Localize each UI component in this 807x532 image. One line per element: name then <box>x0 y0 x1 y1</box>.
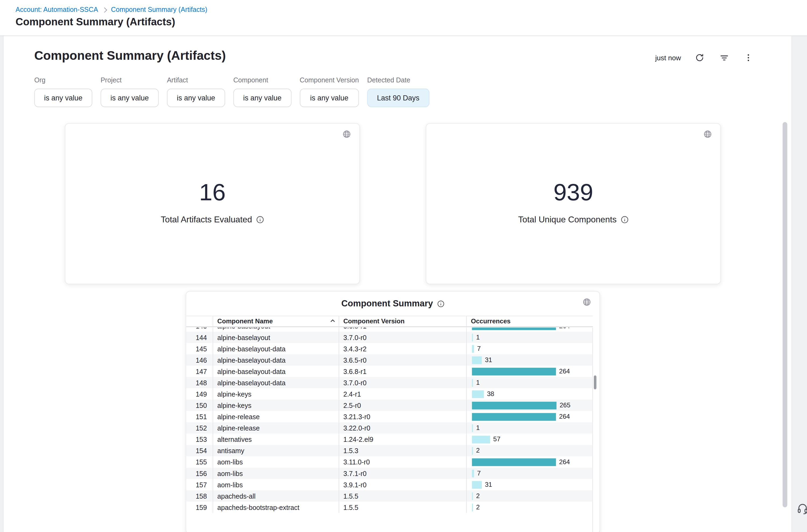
filter-detected-date-button[interactable]: Last 90 Days <box>367 89 429 107</box>
component-name-cell: antisamy <box>213 445 339 456</box>
component-name-cell: aom-libs <box>213 479 339 490</box>
page-scrollbar-thumb[interactable] <box>783 122 787 507</box>
component-name-cell: aom-libs <box>213 456 339 468</box>
filter-label: Detected Date <box>367 76 429 84</box>
stat-card-unique-components: 939 Total Unique Components <box>426 123 721 284</box>
table-row[interactable]: 144alpine-baselayout3.7.0-r01 <box>186 332 593 343</box>
table-row[interactable]: 157aom-libs3.9.1-r031 <box>186 479 593 490</box>
occurrence-bar <box>472 492 473 500</box>
row-number-cell: 146 <box>186 354 213 366</box>
occurrences-cell: 57 <box>466 434 593 445</box>
filter-project-button[interactable]: is any value <box>101 89 159 107</box>
component-name-cell: alpine-baselayout-data <box>213 377 339 388</box>
info-icon[interactable] <box>256 216 264 224</box>
occurrence-value: 31 <box>485 357 492 364</box>
globe-icon <box>703 130 712 140</box>
row-number-cell: 158 <box>186 490 213 501</box>
support-headset-icon[interactable] <box>796 503 807 517</box>
filter-component-group: Componentis any value <box>233 76 291 107</box>
component-version-cell: 2.5-r0 <box>339 400 466 411</box>
component-summary-card: Component Summary Component Name Compone… <box>186 291 600 532</box>
column-header-component-name[interactable]: Component Name <box>213 316 339 327</box>
table-row[interactable]: 153alternatives1.24-2.el957 <box>186 434 593 445</box>
table-row[interactable]: 152alpine-release3.22.0-r01 <box>186 422 593 434</box>
component-version-cell: 1.24-2.el9 <box>339 434 466 445</box>
stat-value: 939 <box>426 179 720 205</box>
table-row[interactable]: 156aom-libs3.7.1-r07 <box>186 468 593 479</box>
table-row[interactable]: 145alpine-baselayout-data3.4.3-r27 <box>186 343 593 354</box>
table-row[interactable]: 146alpine-baselayout-data3.6.5-r031 <box>186 354 593 366</box>
filter-label: Component Version <box>300 76 359 84</box>
row-number-cell: 153 <box>186 434 213 445</box>
component-version-cell: 3.6.5-r0 <box>339 354 466 366</box>
component-version-cell: 2.4-r1 <box>339 388 466 400</box>
row-number-cell: 156 <box>186 468 213 479</box>
filter-org-button[interactable]: is any value <box>34 89 92 107</box>
table-scrollbar-thumb[interactable] <box>594 376 596 390</box>
table-row[interactable]: 151alpine-release3.21.3-r0264 <box>186 411 593 422</box>
table-row[interactable]: 158apacheds-all1.5.52 <box>186 490 593 501</box>
table-row[interactable]: 154antisamy1.5.32 <box>186 445 593 456</box>
breadcrumb-account-link[interactable]: Account: Automation-SSCA <box>16 6 98 14</box>
component-version-cell: 1.5.5 <box>339 490 466 501</box>
row-number-cell: 144 <box>186 332 213 343</box>
occurrence-bar <box>472 413 556 420</box>
component-name-cell: apacheds-bootstrap-extract <box>213 501 339 513</box>
component-version-cell: 1.5.3 <box>339 445 466 456</box>
dashboard-panel: Component Summary (Artifacts) just now O… <box>3 36 792 532</box>
occurrences-cell: 264 <box>466 366 593 377</box>
occurrences-cell: 7 <box>466 468 593 479</box>
row-number-cell: 149 <box>186 388 213 400</box>
occurrences-cell: 1 <box>466 332 593 343</box>
stat-label: Total Unique Components <box>518 214 617 224</box>
filter-component-version-button[interactable]: is any value <box>300 89 359 107</box>
row-number-cell: 150 <box>186 400 213 411</box>
component-version-cell: 1.5.5 <box>339 501 466 513</box>
table-row[interactable]: 148alpine-baselayout-data3.7.0-r01 <box>186 377 593 388</box>
row-number-cell: 143 <box>186 328 213 332</box>
table-header: Component Name Component Version Occurre… <box>186 316 593 327</box>
refresh-icon[interactable] <box>694 52 705 63</box>
row-number-cell: 155 <box>186 456 213 468</box>
page-title: Component Summary (Artifacts) <box>16 16 175 28</box>
filter-label: Project <box>101 76 159 84</box>
table-row[interactable]: 150alpine-keys2.5-r0265 <box>186 400 593 411</box>
component-version-cell: 3.21.3-r0 <box>339 411 466 422</box>
breadcrumb: Account: Automation-SSCA Component Summa… <box>16 6 207 14</box>
info-icon[interactable] <box>621 216 629 224</box>
component-name-cell: alpine-baselayout <box>213 332 339 343</box>
breadcrumb-current-link[interactable]: Component Summary (Artifacts) <box>111 6 207 14</box>
filter-component-button[interactable]: is any value <box>233 89 291 107</box>
info-icon[interactable] <box>437 300 444 307</box>
table-row[interactable]: 155aom-libs3.11.0-r0264 <box>186 456 593 468</box>
filter-icon[interactable] <box>718 52 729 63</box>
component-name-cell: alpine-baselayout-data <box>213 366 339 377</box>
component-version-cell: 3.6.8-r1 <box>339 366 466 377</box>
occurrence-value: 38 <box>487 391 494 398</box>
table-row[interactable]: 147alpine-baselayout-data3.6.8-r1264 <box>186 366 593 377</box>
component-version-cell: 3.7.0-r0 <box>339 377 466 388</box>
filter-artifact-button[interactable]: is any value <box>167 89 225 107</box>
row-number-cell: 157 <box>186 479 213 490</box>
occurrence-value: 57 <box>493 436 500 443</box>
occurrence-bar <box>472 390 484 398</box>
occurrences-cell: 264 <box>466 456 593 468</box>
occurrences-cell: 2 <box>466 490 593 501</box>
chevron-right-icon <box>102 7 107 13</box>
occurrence-bar <box>472 401 556 409</box>
occurrences-cell: 2 <box>466 501 593 513</box>
row-number-cell: 147 <box>186 366 213 377</box>
table-row[interactable]: 149alpine-keys2.4-r138 <box>186 388 593 400</box>
component-name-cell: alpine-baselayout-data <box>213 343 339 354</box>
occurrence-bar <box>472 379 473 386</box>
column-header-component-version[interactable]: Component Version <box>339 316 466 327</box>
stat-value: 16 <box>65 179 359 205</box>
table-row[interactable]: 159apacheds-bootstrap-extract1.5.52 <box>186 501 593 513</box>
table-row[interactable]: 143alpine-baselayout3.6.8-r1264 <box>186 328 593 332</box>
more-options-icon[interactable] <box>743 52 754 63</box>
occurrence-bar <box>472 356 482 364</box>
occurrences-cell: 1 <box>466 377 593 388</box>
component-name-cell: alpine-baselayout-data <box>213 354 339 366</box>
column-header-occurrences[interactable]: Occurrences <box>466 316 593 327</box>
component-name-cell: alpine-release <box>213 422 339 434</box>
